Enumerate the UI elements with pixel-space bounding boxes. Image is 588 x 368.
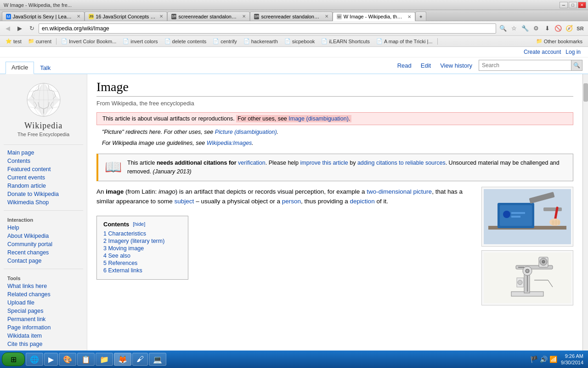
2d-picture-link[interactable]: two-dimensional picture [367,188,432,195]
sidebar-item-featured-content[interactable]: Featured content [0,165,87,173]
tab-edit[interactable]: Edit [418,60,434,71]
sidebar-item-recent-changes[interactable]: Recent changes [0,248,87,257]
bookmark-invert-color[interactable]: 📄 Invert Color Bookm... [58,37,119,46]
tab-view-history[interactable]: View history [437,60,475,71]
titlebar-controls: ─ □ ✕ [560,2,586,8]
forward-btn[interactable]: ▶ [15,23,25,34]
tools-icon[interactable]: 🔧 [520,23,530,34]
back-btn[interactable]: ◀ [3,23,13,34]
sidebar-item-community[interactable]: Community portal [0,240,87,248]
bookmark-delete[interactable]: 📄 delete contents [162,37,209,46]
firefox-icon: 🦊 [118,355,127,364]
close-btn[interactable]: ✕ [578,2,586,8]
bookmark-tricki[interactable]: 📄 A map of the Tricki |... [373,37,435,46]
new-tab-btn[interactable]: + [415,12,426,21]
create-account-link[interactable]: Create account [524,49,561,55]
download-icon[interactable]: ⬇ [542,23,552,34]
sidebar-item-cite[interactable]: Cite this page [0,340,87,348]
depiction-link[interactable]: depiction [350,198,375,205]
adding-citations-link[interactable]: adding citations to reliable sources [357,160,446,166]
wikipedia-images-link[interactable]: Wikipedia:Images [207,140,252,146]
sidebar-item-related-changes[interactable]: Related changes [0,290,87,299]
bookmark-test[interactable]: ⭐ test [3,37,24,46]
nav-icon[interactable]: 🧭 [564,23,574,34]
tab-talk[interactable]: Talk [34,62,57,74]
sidebar-item-special-pages[interactable]: Special pages [0,307,87,315]
taskbar-remote[interactable]: 💻 [149,353,166,366]
taskbar-color[interactable]: 🎨 [59,353,76,366]
picture-disambig-link[interactable]: Picture (disambiguation) [215,129,277,135]
sidebar-item-current-events[interactable]: Current events [0,173,87,182]
taskbar-ie[interactable]: 🌐 [26,353,43,366]
sidebar-item-help[interactable]: Help [0,224,87,232]
sidebar-item-contents[interactable]: Contents [0,157,87,165]
article-image-thumb-1[interactable] [481,187,573,247]
tab-close-4[interactable]: ✕ [325,14,328,19]
taskbar-paint[interactable]: 🖌 [132,353,148,366]
bookmark-ilearn[interactable]: 📄 iLEARN Shortcuts [318,37,373,46]
tab-close-5[interactable]: ✕ [407,14,411,19]
sidebar-item-page-info[interactable]: Page information [0,323,87,332]
sidebar-item-what-links[interactable]: What links here [0,282,87,290]
contents-link-2[interactable]: 2 Imagery (literary term) [103,238,164,244]
contents-link-5[interactable]: 5 References [103,260,137,266]
tab-close-1[interactable]: ✕ [77,14,80,19]
sidebar-item-wikimedia-shop[interactable]: Wikimedia Shop [0,198,87,207]
taskbar-tasks[interactable]: 📋 [77,353,95,366]
search-magnifier-icon[interactable]: 🔍 [498,23,508,34]
taskbar-media[interactable]: ▶ [44,353,58,366]
person-link[interactable]: person [282,198,301,205]
contents-link-4[interactable]: 4 See also [103,253,130,259]
article-title: Image [96,80,573,97]
scrollbar-thumb[interactable] [583,83,588,102]
start-button[interactable]: ⊞ [2,352,25,366]
search-input[interactable] [479,60,571,70]
contents-link-1[interactable]: 1 Characteristics [103,230,146,237]
tab-close-3[interactable]: ✕ [242,14,246,19]
disambiguation-link[interactable]: Image (disambiguation) [288,115,349,122]
tab-close-2[interactable]: ✕ [159,14,163,19]
sidebar-item-contact[interactable]: Contact page [0,257,87,265]
search-button[interactable]: 🔍 [571,60,582,70]
block-icon[interactable]: 🚫 [553,23,563,34]
tab-article[interactable]: Article [6,62,34,74]
tab-3[interactable]: SR screenreader standalone -... ✕ [167,12,250,21]
bookmark-centrify[interactable]: 📄 centrify [210,37,239,46]
taskbar-firefox[interactable]: 🦊 [114,353,131,366]
sidebar-item-random-article[interactable]: Random article [0,182,87,190]
verification-link[interactable]: verification [238,160,266,166]
tab-2[interactable]: JS 16 JavaScript Concepts Ja... ✕ [85,12,167,21]
sidebar-item-permanent-link[interactable]: Permanent link [0,315,87,323]
browser-title: W Image - Wikipedia, the fre... [4,2,72,8]
sidebar-item-main-page[interactable]: Main page [0,149,87,157]
refresh-btn[interactable]: ↻ [27,23,37,34]
tab-4[interactable]: SR screenreader standalone -... ✕ [250,12,333,21]
address-input[interactable] [39,23,496,34]
minimize-btn[interactable]: ─ [560,2,568,8]
bookmark-other[interactable]: 📁 Other bookmarks [533,37,585,46]
ext-icon[interactable]: SR [575,23,585,34]
bookmark-sicpebook[interactable]: 📄 sicpebook [282,37,318,46]
contents-link-3[interactable]: 3 Moving image [103,245,144,252]
scrollbar-track[interactable] [582,74,588,351]
bookmark-current[interactable]: 📁 current [25,37,54,46]
tab-5[interactable]: W W Image - Wikipedia, the fre... ✕ [333,12,415,21]
contents-link-6[interactable]: 6 External links [103,267,142,274]
sidebar-item-donate[interactable]: Donate to Wikipedia [0,190,87,198]
contents-hide-btn[interactable]: [hide] [133,221,145,227]
login-link[interactable]: Log in [565,49,581,55]
maximize-btn[interactable]: □ [569,2,577,8]
sidebar-item-about[interactable]: About Wikipedia [0,232,87,240]
sidebar-item-upload-file[interactable]: Upload file [0,299,87,307]
sidebar-item-wikidata[interactable]: Wikidata item [0,332,87,340]
addon-icon[interactable]: ⚙ [531,23,541,34]
bookmark-hackerearth[interactable]: 📄 hackerearth [241,37,281,46]
improve-article-link[interactable]: improve this article [300,160,348,166]
subject-link[interactable]: subject [175,198,194,205]
taskbar-explorer[interactable]: 📁 [96,353,113,366]
tab-read[interactable]: Read [395,60,414,71]
tab-1[interactable]: M JavaScript is Sexy | Learn m... ✕ [2,12,85,21]
article-image-thumb-2[interactable] [481,250,573,305]
bookmark-invert-colors[interactable]: 📄 invert colors [120,37,160,46]
star-icon[interactable]: ☆ [509,23,519,34]
